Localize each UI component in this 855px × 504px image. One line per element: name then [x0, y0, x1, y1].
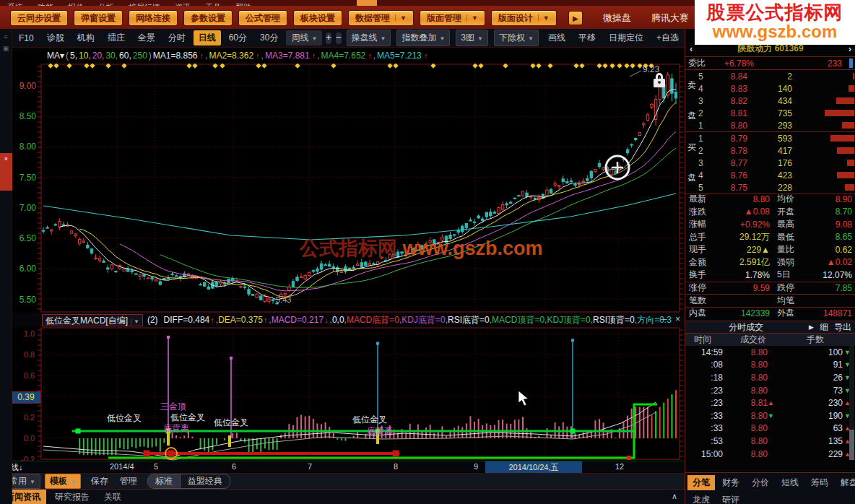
toolbar-link[interactable]: 腾讯大赛 [651, 12, 689, 25]
chart-dropdown[interactable]: 操盘线▼ [347, 30, 391, 46]
panel-tab-短线[interactable]: 短线 [776, 475, 804, 490]
zoom-out-button[interactable]: − [336, 32, 342, 44]
order-book-row[interactable]: 58.75228 [698, 181, 855, 194]
svg-text:8.50: 8.50 [19, 111, 37, 121]
zoom-in-button[interactable]: + [326, 32, 331, 44]
view-tab-机构[interactable]: 机构 [77, 32, 95, 44]
toolbar-button[interactable]: 网络连接 [129, 10, 178, 26]
tick-row[interactable]: :188.8026▼ [685, 371, 855, 384]
volume: 140 [747, 84, 792, 94]
panel-tab-分笔[interactable]: 分笔 [687, 475, 715, 490]
left-red-tab[interactable]: × [0, 153, 12, 191]
tick-scrollbar[interactable] [849, 346, 854, 460]
bottom-tab-关联[interactable]: 关联 [98, 490, 127, 504]
period-tab[interactable]: 分时 [163, 30, 191, 45]
panel-tab-解盘[interactable]: 解盘 [836, 475, 855, 490]
toolbar-dropdown-button[interactable]: 版面设计▼ [491, 10, 557, 26]
panel-tab-财务[interactable]: 财务 [717, 475, 745, 490]
panel-tab-龙虎[interactable]: 龙虎 [687, 492, 715, 504]
prev-stock-arrow[interactable]: ‹ [690, 43, 693, 54]
collapse-icon[interactable]: ∧ [672, 492, 677, 501]
period-tab[interactable]: 60分 [224, 30, 252, 45]
tick-row[interactable]: :338.8063▲ [685, 422, 855, 435]
ma-dropdown[interactable]: MA▾ [47, 51, 64, 61]
chart-dropdown[interactable]: 指数叠加▼ [396, 30, 450, 46]
chevron-down-icon[interactable]: ▼ [466, 14, 478, 22]
chart-tool-平移[interactable]: 平移 [578, 32, 596, 44]
chevron-down-icon[interactable]: ▼ [538, 14, 550, 22]
toolbar-button[interactable]: 板块设置 [293, 10, 342, 26]
period-tab[interactable]: 30分 [255, 30, 283, 45]
order-book-row[interactable]: 18.79593 [698, 132, 855, 144]
order-book-row[interactable]: 48.76423 [698, 169, 855, 181]
chart-tool-+自选[interactable]: +自选 [656, 32, 679, 44]
view-tab-擂庄[interactable]: 擂庄 [108, 32, 125, 44]
bottom-tab-研究报告[interactable]: 研究报告 [49, 490, 95, 504]
tick-row[interactable]: 14:598.80100▼ [685, 346, 855, 359]
timeline-axis[interactable]: 日线↓ 2014/456789122014/10/24,五 [0, 461, 685, 473]
svg-text:9.00: 9.00 [19, 81, 37, 91]
order-book-row[interactable]: 28.81735 [698, 107, 855, 119]
panel-tab-筹码[interactable]: 筹码 [806, 475, 833, 490]
period-week-dropdown[interactable]: 周线▼ [286, 30, 322, 45]
order-book-row[interactable]: 18.80293 [698, 119, 855, 131]
order-book-row[interactable]: 28.78417 [698, 144, 855, 157]
bottom-tool-管理[interactable]: 管理 [120, 475, 137, 487]
close-icon[interactable]: × [675, 314, 680, 324]
layout-option[interactable]: 标准 [148, 474, 181, 488]
sell-queue-rows: 58.84248.8314038.8243428.8173518.80293 [698, 70, 855, 131]
tick-row[interactable]: :538.80135▲ [685, 435, 855, 448]
toolbar-button[interactable]: 弹窗设置 [74, 10, 123, 26]
chart-tool-画线[interactable]: 画线 [548, 32, 565, 44]
chart-dropdown[interactable]: 下除权▼ [494, 30, 539, 46]
chart-tool-日期定位[interactable]: 日期定位 [609, 32, 643, 44]
period-tab[interactable]: 日线 [194, 30, 221, 45]
tick-row[interactable]: :338.80▼190▼ [685, 409, 855, 422]
panel-tab-分价[interactable]: 分价 [747, 475, 774, 490]
side-char: 卖 [687, 79, 698, 92]
template-dropdown[interactable]: 模板▼ [45, 474, 81, 489]
chevron-down-icon[interactable]: ▼ [395, 14, 407, 22]
tick-row[interactable]: :088.8091▼ [685, 359, 855, 372]
minimize-icon[interactable]: ─ [661, 314, 667, 324]
view-tab-诊股[interactable]: 诊股 [47, 32, 64, 44]
toolbar-link[interactable]: 微操盘 [603, 12, 631, 25]
play-icon[interactable]: ▶ [809, 323, 814, 331]
view-tab-F10[interactable]: F10 [19, 33, 34, 43]
panel-tab-研评[interactable]: 研评 [717, 492, 745, 504]
tick-price: 8.80 [723, 360, 768, 370]
toolbar-button[interactable]: 云同步设置 [10, 10, 68, 26]
tick-row[interactable]: :238.8073▼ [685, 384, 855, 397]
arrow-icon: ↑ [210, 316, 214, 324]
order-book-row[interactable]: 58.842 [698, 70, 855, 82]
toolbar-button[interactable]: 公式管理 [238, 10, 287, 26]
scrollbar-thumb[interactable] [849, 58, 853, 68]
indicator-pane[interactable]: 1.00.80.60.20.0-0.20.39 低位金叉三金顶低位金叉底背离低位… [0, 327, 685, 461]
bottom-tool-保存[interactable]: 保存 [91, 475, 108, 487]
view-tab-全景[interactable]: 全景 [138, 32, 155, 44]
bottom-tab-bar: 新闻资讯研究报告关联∧ [0, 489, 685, 504]
candlestick-chart[interactable]: 9.008.508.007.507.006.506.005.509.235.43… [0, 64, 685, 313]
indicator-selector[interactable]: 低位金叉MACD[自编]▼ [42, 314, 143, 326]
tick-row[interactable]: :238.81▲230▲ [685, 396, 855, 409]
toolbar-dropdown-button[interactable]: 版面管理▼ [420, 10, 485, 26]
tab-row: 龙虎研评 [685, 492, 855, 504]
toolbar-expand-arrow[interactable]: ▶ [568, 11, 583, 25]
toolbar-dropdown-button[interactable]: 数据管理▼ [348, 10, 414, 26]
ma-param: 250 [133, 51, 147, 61]
chart-dropdown[interactable]: 3图▼ [456, 30, 488, 46]
order-book-row[interactable]: 48.83140 [698, 82, 855, 95]
detail-button[interactable]: 细 [820, 321, 828, 334]
level: 4 [698, 170, 710, 181]
tick-table[interactable]: 14:598.80100▼:088.8091▼:188.8026▼:238.80… [685, 346, 855, 460]
timeline-tick: 6 [232, 462, 236, 471]
order-book-row[interactable]: 38.82434 [698, 95, 855, 107]
export-button[interactable]: 导出 [834, 321, 851, 334]
chevron-down-icon: ▼ [477, 35, 483, 42]
layout-option[interactable]: 益盟经典 [181, 474, 230, 488]
order-book-row[interactable]: 38.77176 [698, 157, 855, 169]
tick-price: 8.80 [723, 436, 768, 446]
indicator-value: RSI顶背=0 [593, 315, 635, 325]
toolbar-button[interactable]: 参数设置 [183, 10, 233, 26]
tick-row[interactable]: 15:008.80229▲ [685, 448, 855, 461]
